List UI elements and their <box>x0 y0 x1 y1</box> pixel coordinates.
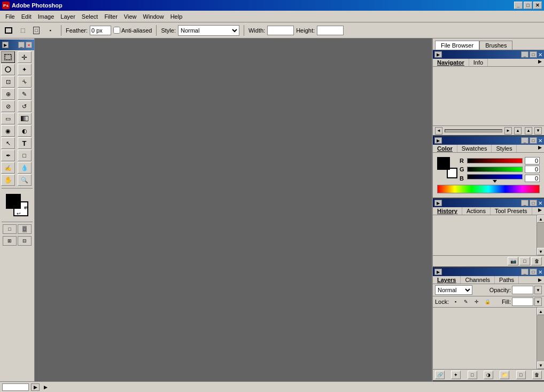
history-close-btn[interactable]: ✕ <box>538 200 542 206</box>
history-brush-tool[interactable]: ↺ <box>18 100 32 112</box>
menu-help[interactable]: Help <box>167 12 186 21</box>
layers-blend-mode-select[interactable]: Normal Dissolve Multiply <box>435 285 472 295</box>
rectangular-marquee-btn[interactable] <box>2 25 15 36</box>
tab-history[interactable]: History <box>433 207 462 215</box>
menu-filter[interactable]: Filter <box>101 12 120 21</box>
history-scroll-up[interactable]: ▲ <box>537 215 544 223</box>
healing-brush-tool[interactable]: ⊕ <box>1 88 15 100</box>
minimize-button[interactable]: _ <box>514 2 523 9</box>
history-collapse-btn[interactable]: ▶ <box>434 200 442 206</box>
gradient-tool[interactable] <box>18 113 32 124</box>
history-new-document-btn[interactable]: □ <box>519 257 530 265</box>
r-input[interactable] <box>525 157 540 164</box>
style1-btn[interactable]: □ <box>30 25 43 36</box>
b-input[interactable] <box>525 175 540 182</box>
default-colors-btn[interactable]: ↩ <box>17 211 21 216</box>
color-collapse-btn[interactable]: ▶ <box>434 137 442 144</box>
nav-zoom-in-btn[interactable]: ► <box>504 127 512 135</box>
nav-close-btn[interactable]: ✕ <box>538 52 542 58</box>
eyedropper-tool[interactable]: 💧 <box>18 162 32 174</box>
blur-tool[interactable]: ◉ <box>1 125 15 137</box>
lock-position-btn[interactable]: ✛ <box>472 298 481 305</box>
menu-window[interactable]: Window <box>140 12 167 21</box>
menu-layer[interactable]: Layer <box>57 12 79 21</box>
layers-collapse-btn[interactable]: ▶ <box>434 269 442 275</box>
layers-maximize-btn[interactable]: □ <box>530 269 537 275</box>
layers-scroll-down[interactable]: ▼ <box>537 362 544 369</box>
tab-swatches[interactable]: Swatches <box>457 145 492 152</box>
menu-view[interactable]: View <box>121 12 140 21</box>
color-minimize-btn[interactable]: _ <box>521 137 529 144</box>
menu-edit[interactable]: Edit <box>18 12 35 21</box>
crop-tool[interactable]: ⊡ <box>1 76 15 88</box>
foreground-color-swatch[interactable] <box>6 194 21 209</box>
eraser-tool[interactable]: ▭ <box>1 113 15 124</box>
tab-paths[interactable]: Paths <box>495 276 519 284</box>
lock-transparent-btn[interactable]: ▪ <box>451 298 460 305</box>
pen-tool[interactable]: ✒ <box>1 150 15 161</box>
layer-adjustment-btn[interactable]: ◑ <box>484 371 493 379</box>
lock-all-btn[interactable]: 🔒 <box>483 298 492 305</box>
nav-menu-btn[interactable]: ▶ <box>535 59 544 64</box>
brush-tool[interactable]: ✎ <box>18 88 32 100</box>
layer-delete-btn[interactable]: 🗑 <box>532 371 542 379</box>
file-browser-tab[interactable]: File Browser <box>435 41 479 50</box>
tab-tool-presets[interactable]: Tool Presets <box>491 207 532 215</box>
opacity-arrow-btn[interactable]: ▼ <box>534 286 542 294</box>
tab-actions[interactable]: Actions <box>462 207 491 215</box>
nav-extra-btn[interactable]: ▲ <box>514 127 522 135</box>
layers-minimize-btn[interactable]: _ <box>521 269 529 275</box>
color-close-btn[interactable]: ✕ <box>538 138 542 144</box>
lasso-tool[interactable] <box>1 64 15 75</box>
path-selection-tool[interactable]: ↖ <box>1 137 15 149</box>
history-menu-btn[interactable]: ▶ <box>535 207 544 213</box>
notes-tool[interactable]: ✍ <box>1 162 15 174</box>
layer-mask-btn[interactable]: □ <box>468 371 477 379</box>
move-tool[interactable]: ✛ <box>18 51 32 63</box>
toolbox-minimize-btn[interactable]: _ <box>18 42 25 48</box>
quick-mask-btn[interactable]: □ <box>18 224 32 234</box>
standard-mode-btn[interactable]: □ <box>3 224 17 234</box>
toolbox-close-btn[interactable]: × <box>26 42 32 48</box>
standard-screen-btn[interactable]: ⊞ <box>3 236 17 246</box>
b-slider[interactable] <box>467 174 523 179</box>
maximize-button[interactable]: □ <box>524 2 532 9</box>
zoom-tool[interactable]: 🔍 <box>18 174 32 186</box>
r-slider[interactable] <box>467 158 523 163</box>
color-spectrum-bar[interactable] <box>437 185 540 193</box>
clone-stamp-tool[interactable]: ⊘ <box>1 100 15 112</box>
g-input[interactable] <box>525 166 540 173</box>
history-maximize-btn[interactable]: □ <box>530 200 537 206</box>
nav-zoom-out-btn[interactable]: ◄ <box>435 127 442 135</box>
slice-tool[interactable]: ✂ <box>18 76 32 88</box>
layers-scroll-up[interactable]: ▲ <box>537 308 544 315</box>
magic-wand-tool[interactable]: ✦ <box>18 64 32 75</box>
layer-new-btn[interactable]: □ <box>516 371 526 379</box>
layers-menu-btn[interactable]: ▶ <box>535 276 544 284</box>
feather-ellipse-btn[interactable]: ⬚ <box>16 25 29 36</box>
tab-color[interactable]: Color <box>433 145 457 152</box>
status-arrow-btn[interactable]: ▶ <box>31 383 40 391</box>
style-select[interactable]: Normal Fixed Aspect Ratio Fixed Size <box>178 25 239 36</box>
layer-effects-btn[interactable]: ✦ <box>451 371 461 379</box>
history-scroll-down[interactable]: ▼ <box>537 248 544 255</box>
text-tool[interactable]: T <box>18 137 32 149</box>
color-maximize-btn[interactable]: □ <box>530 137 537 144</box>
g-slider[interactable] <box>467 167 523 172</box>
layers-close-btn[interactable]: ✕ <box>538 269 542 275</box>
tab-styles[interactable]: Styles <box>492 145 517 152</box>
menu-file[interactable]: File <box>2 12 18 21</box>
menu-select[interactable]: Select <box>79 12 102 21</box>
tab-navigator[interactable]: Navigator <box>433 59 469 66</box>
feather-input[interactable] <box>90 26 111 35</box>
tab-layers[interactable]: Layers <box>433 276 461 284</box>
status-next-btn[interactable]: ▶ <box>42 383 49 391</box>
brushes-tab[interactable]: Brushes <box>479 41 512 50</box>
tab-channels[interactable]: Channels <box>461 276 494 284</box>
color-foreground-display[interactable] <box>437 157 450 170</box>
dodge-tool[interactable]: ◐ <box>18 125 32 137</box>
history-delete-btn[interactable]: 🗑 <box>531 257 542 265</box>
layer-link-btn[interactable]: 🔗 <box>435 371 445 379</box>
height-input[interactable] <box>317 26 344 35</box>
close-button[interactable]: ✕ <box>533 2 542 9</box>
